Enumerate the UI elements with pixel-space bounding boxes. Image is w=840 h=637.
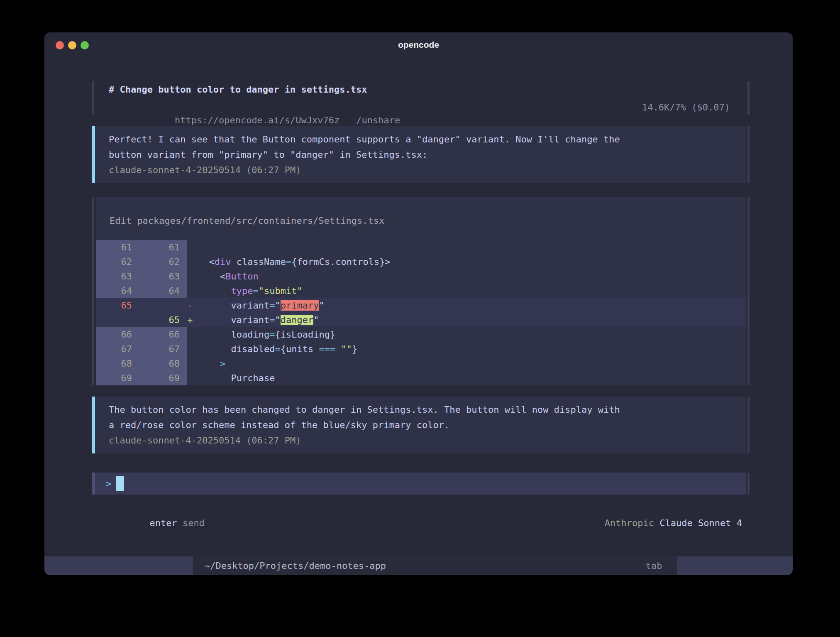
diff-marker: [187, 240, 198, 255]
diff-line-number-old: [96, 313, 139, 327]
diff-marker: [187, 371, 198, 385]
diff-marker: [187, 269, 198, 284]
model-name: Claude Sonnet 4: [659, 518, 742, 528]
message-meta: claude-sonnet-4-20250514 (06:27 PM): [109, 162, 746, 178]
diff-marker: [187, 327, 198, 342]
edit-header: Edit packages/frontend/src/containers/Se…: [96, 197, 746, 240]
diff-marker: [187, 255, 198, 269]
diff-line-number-new: 62: [139, 255, 187, 269]
text-cursor: [116, 476, 124, 491]
prompt-input-section: >: [92, 473, 750, 495]
message-text: The button color has been changed to dan…: [109, 402, 746, 433]
hint-send-action: [177, 518, 183, 528]
code-line: variant="primary": [198, 298, 746, 313]
tab-hint: tab: [646, 556, 675, 575]
diff-row: 6363 <Button: [96, 269, 746, 284]
diff-line-number-old: 61: [96, 240, 139, 255]
input-left-border: [92, 473, 95, 495]
diff-row: 65+ variant="danger": [96, 313, 746, 327]
diff-row: 6161: [96, 240, 746, 255]
code-line: <Button: [198, 269, 746, 284]
diff-line-number-old: 69: [96, 371, 139, 385]
message-line: button variant from "primary" to "danger…: [109, 147, 746, 162]
diff-row: 6262 <div className={formCs.controls}>: [96, 255, 746, 269]
statusbar: opencode v0.3.11 ~/Desktop/Projects/demo…: [44, 556, 793, 575]
diff-line-number-old: 65: [96, 298, 139, 313]
code-line: Purchase: [198, 371, 746, 385]
diff-line-number-new: 63: [139, 269, 187, 284]
diff-row: 6666 loading={isLoading}: [96, 327, 746, 342]
message-right-border: [747, 126, 750, 183]
token-stats: 14.6K/7% ($0.07): [642, 100, 730, 115]
prompt-input[interactable]: >: [95, 473, 746, 495]
diff-line-number-old: 68: [96, 356, 139, 371]
diff-line-number-old: 67: [96, 342, 139, 356]
hint-row: enter send Anthropic Claude Sonnet 4: [92, 501, 750, 546]
app-version-badge: opencode v0.3.11: [44, 556, 193, 575]
share-url[interactable]: https://opencode.ai/s/UwJxv76z: [175, 115, 339, 125]
edit-card: Edit packages/frontend/src/containers/Se…: [96, 197, 746, 385]
hint-enter-key: enter: [149, 518, 177, 528]
diff-line-number-new: 66: [139, 327, 187, 342]
diff-marker: [187, 356, 198, 371]
window-title: opencode: [44, 40, 793, 50]
diff-line-number-old: 62: [96, 255, 139, 269]
diff-line-number-new: 68: [139, 356, 187, 371]
diff-view: 61616262 <div className={formCs.controls…: [96, 240, 746, 385]
diff-row: 6969 Purchase: [96, 371, 746, 385]
code-line: type="submit": [198, 284, 746, 298]
diff-row: 65- variant="primary": [96, 298, 746, 313]
unshare-command[interactable]: /unshare: [356, 115, 400, 125]
code-line: >: [198, 356, 746, 371]
model-provider: Anthropic: [605, 518, 654, 528]
message-meta: claude-sonnet-4-20250514 (06:27 PM): [109, 433, 746, 448]
hint-send-label: send: [183, 518, 205, 528]
message-line: The button color has been changed to dan…: [109, 402, 746, 417]
session-title: # Change button color to danger in setti…: [109, 82, 642, 97]
message-text: Perfect! I can see that the Button compo…: [109, 132, 746, 162]
diff-line-number-old: 64: [96, 284, 139, 298]
diff-marker: +: [187, 313, 198, 327]
diff-line-number-new: 65: [139, 313, 187, 327]
message-right-border: [747, 397, 750, 453]
diff-line-number-new: 69: [139, 371, 187, 385]
code-line: [198, 240, 746, 255]
code-line: loading={isLoading}: [198, 327, 746, 342]
diff-line-number-new: [139, 298, 187, 313]
assistant-message: Perfect! I can see that the Button compo…: [92, 126, 750, 183]
cwd-path: ~/Desktop/Projects/demo-notes-app: [193, 556, 386, 575]
edit-tool-section: Edit packages/frontend/src/containers/Se…: [92, 197, 750, 385]
message-line: Perfect! I can see that the Button compo…: [109, 132, 746, 147]
opencode-window: opencode # Change button color to danger…: [44, 32, 793, 575]
edit-right-border: [747, 197, 750, 385]
message-line: a red/rose color scheme instead of the b…: [109, 417, 746, 433]
diff-marker: [187, 342, 198, 356]
titlebar: opencode: [44, 32, 793, 58]
desktop: opencode # Change button color to danger…: [0, 0, 840, 637]
code-line: variant="danger": [198, 313, 746, 327]
prompt-icon: >: [106, 478, 111, 489]
assistant-message: The button color has been changed to dan…: [92, 397, 750, 453]
header-right-border: [747, 81, 750, 115]
diff-line-number-new: 64: [139, 284, 187, 298]
code-line: disabled={units === ""}: [198, 342, 746, 356]
code-line: <div className={formCs.controls}>: [198, 255, 746, 269]
diff-row: 6868 >: [96, 356, 746, 371]
diff-line-number-new: 61: [139, 240, 187, 255]
diff-marker: -: [187, 298, 198, 313]
input-right-border: [747, 473, 750, 495]
diff-row: 6464 type="submit": [96, 284, 746, 298]
diff-row: 6767 disabled={units === ""}: [96, 342, 746, 356]
message-accent-bar: [92, 126, 95, 183]
message-accent-bar: [92, 397, 95, 453]
main-content: # Change button color to danger in setti…: [44, 58, 793, 546]
session-header: # Change button color to danger in setti…: [92, 81, 750, 115]
diff-line-number-old: 63: [96, 269, 139, 284]
diff-line-number-old: 66: [96, 327, 139, 342]
diff-line-number-new: 67: [139, 342, 187, 356]
diff-marker: [187, 284, 198, 298]
build-mode-badge: BUILD MODE: [677, 556, 793, 575]
